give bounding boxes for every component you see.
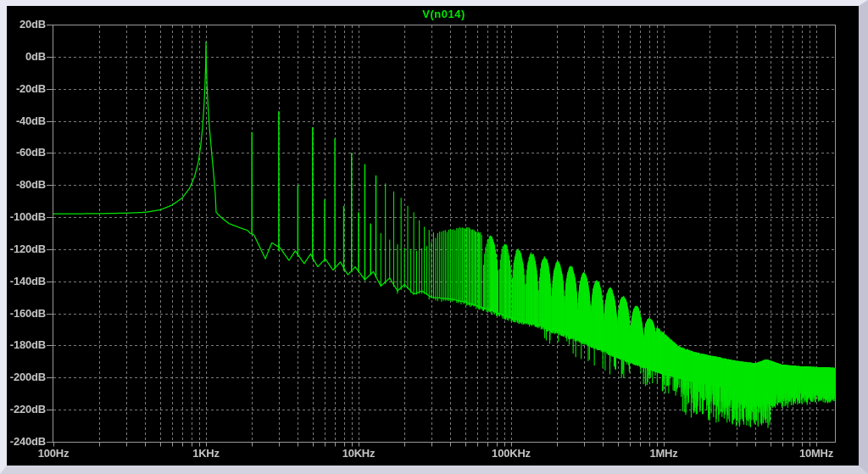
y-axis-label: -80dB: [0, 178, 46, 191]
x-axis-label: 1MHz: [649, 447, 677, 460]
y-axis-label: -40dB: [0, 114, 46, 127]
x-axis-label: 100KHz: [492, 447, 531, 460]
x-axis-label: 1KHz: [192, 447, 220, 460]
y-axis-label: -200dB: [0, 371, 46, 383]
y-axis-label: 20dB: [0, 18, 46, 31]
y-axis-label: -120dB: [0, 243, 46, 255]
ltspice-plot-pane: V(n014) 20dB0dB-20dB-40dB-60dB-80dB-100d…: [0, 0, 868, 474]
trace-title[interactable]: V(n014): [53, 6, 835, 23]
y-axis-label: -100dB: [0, 210, 46, 223]
y-axis-label: -240dB: [0, 435, 46, 448]
fft-plot-canvas[interactable]: [0, 0, 868, 474]
y-axis-label: -140dB: [0, 275, 46, 287]
y-axis-label: -160dB: [0, 307, 46, 320]
y-axis-label: -220dB: [0, 403, 46, 415]
x-axis-label: 10MHz: [799, 447, 833, 460]
x-axis-label: 100Hz: [38, 447, 70, 460]
y-axis-label: -60dB: [0, 146, 46, 159]
y-axis-label: 0dB: [0, 50, 46, 63]
y-axis-label: -180dB: [0, 338, 46, 351]
x-axis-label: 10KHz: [342, 447, 376, 460]
y-axis-label: -20dB: [0, 82, 46, 95]
